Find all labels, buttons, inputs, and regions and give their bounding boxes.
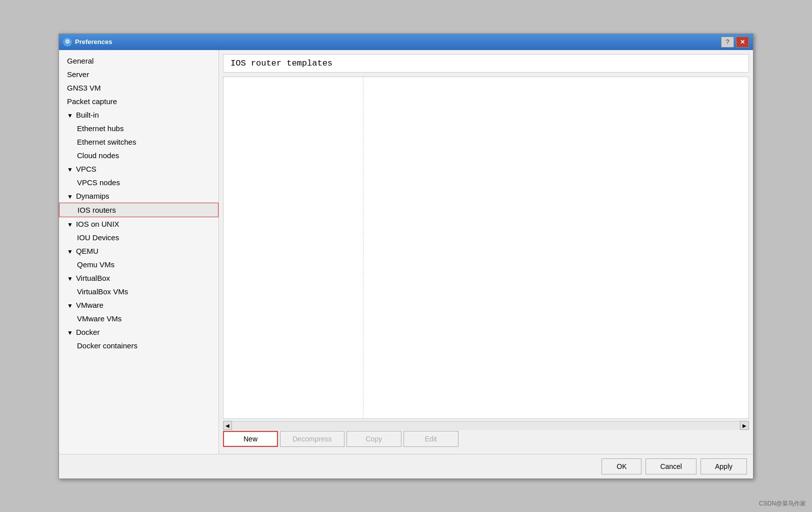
watermark: CSDN@菜鸟作家 [759, 499, 806, 508]
sidebar-item-ios-on-unix[interactable]: ▼IOS on UNIX [59, 217, 218, 231]
window-title: Preferences [75, 38, 721, 46]
ok-button[interactable]: OK [602, 458, 642, 474]
edit-button[interactable]: Edit [404, 431, 458, 447]
sidebar-item-vpcs[interactable]: ▼VPCS [59, 162, 218, 176]
action-buttons: New Decompress Copy Edit [223, 430, 749, 448]
content-area: GeneralServerGNS3 VMPacket capture▼Built… [59, 50, 753, 454]
footer: OK Cancel Apply [59, 454, 753, 478]
scroll-track[interactable] [232, 421, 740, 430]
sidebar-item-ios-routers[interactable]: IOS routers [59, 203, 218, 217]
sidebar-item-vmware-vms[interactable]: VMware VMs [59, 312, 218, 325]
sidebar-item-docker-containers[interactable]: Docker containers [59, 339, 218, 352]
title-bar: ⚙ Preferences ? ✕ [59, 34, 753, 50]
sidebar-item-dynamips[interactable]: ▼Dynamips [59, 189, 218, 203]
arrow-icon: ▼ [67, 248, 73, 255]
cancel-button[interactable]: Cancel [646, 458, 696, 474]
sidebar-item-docker[interactable]: ▼Docker [59, 325, 218, 339]
sidebar-item-vpcs-nodes[interactable]: VPCS nodes [59, 176, 218, 189]
arrow-icon: ▼ [67, 112, 73, 119]
title-bar-controls: ? ✕ [721, 37, 749, 48]
sidebar-item-packet-capture[interactable]: Packet capture [59, 95, 218, 108]
sidebar: GeneralServerGNS3 VMPacket capture▼Built… [59, 50, 219, 454]
close-button[interactable]: ✕ [736, 37, 749, 48]
split-panel [223, 77, 749, 419]
sidebar-item-server[interactable]: Server [59, 68, 218, 81]
copy-button[interactable]: Copy [346, 431, 402, 447]
new-button[interactable]: New [223, 431, 278, 447]
arrow-icon: ▼ [67, 221, 73, 228]
sidebar-item-ethernet-hubs[interactable]: Ethernet hubs [59, 122, 218, 135]
decompress-button[interactable]: Decompress [280, 431, 344, 447]
sidebar-item-virtualbox-vms[interactable]: VirtualBox VMs [59, 285, 218, 298]
help-button[interactable]: ? [721, 37, 734, 48]
sidebar-item-vmware[interactable]: ▼VMware [59, 298, 218, 312]
scroll-right-button[interactable]: ▶ [740, 421, 749, 430]
app-icon: ⚙ [63, 38, 72, 47]
horizontal-scrollbar[interactable]: ◀ ▶ [223, 421, 749, 430]
sidebar-item-iou-devices[interactable]: IOU Devices [59, 231, 218, 244]
template-list [224, 77, 364, 418]
sidebar-item-qemu-vms[interactable]: Qemu VMs [59, 258, 218, 271]
preferences-window: ⚙ Preferences ? ✕ GeneralServerGNS3 VMPa… [58, 34, 754, 479]
sidebar-item-built-in[interactable]: ▼Built-in [59, 108, 218, 122]
arrow-icon: ▼ [67, 302, 73, 309]
sidebar-item-ethernet-switches[interactable]: Ethernet switches [59, 135, 218, 149]
sidebar-item-qemu[interactable]: ▼QEMU [59, 244, 218, 258]
arrow-icon: ▼ [67, 166, 73, 173]
arrow-icon: ▼ [67, 275, 73, 282]
sidebar-item-cloud-nodes[interactable]: Cloud nodes [59, 149, 218, 162]
scroll-left-button[interactable]: ◀ [223, 421, 232, 430]
arrow-icon: ▼ [67, 193, 73, 200]
main-panel: IOS router templates ◀ ▶ New Decompress … [219, 50, 753, 454]
sidebar-item-gns3vm[interactable]: GNS3 VM [59, 81, 218, 95]
sidebar-item-general[interactable]: General [59, 54, 218, 68]
arrow-icon: ▼ [67, 329, 73, 336]
panel-title: IOS router templates [223, 54, 749, 73]
sidebar-item-virtualbox[interactable]: ▼VirtualBox [59, 271, 218, 285]
apply-button[interactable]: Apply [700, 458, 747, 474]
template-detail [364, 77, 748, 418]
